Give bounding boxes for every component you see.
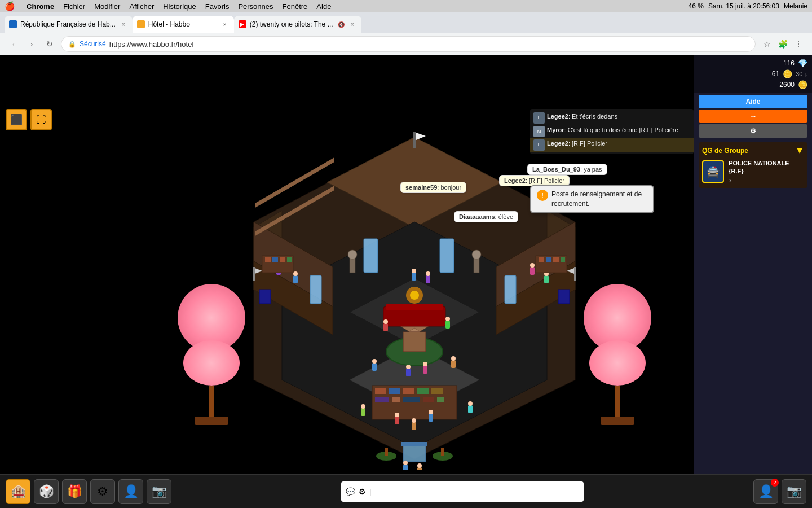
svg-rect-27 [403, 397, 420, 402]
bubble-4-username: Diaaaaaams [459, 213, 495, 220]
action-buttons: Aide → ⚙ [694, 93, 812, 140]
svg-point-59 [406, 365, 411, 369]
svg-rect-52 [445, 321, 450, 329]
group-name: POLICE NATIONALE {R.F} [729, 159, 804, 176]
svg-rect-45 [441, 448, 444, 456]
chat-avatar-2: M [533, 126, 545, 137]
chat-bubble-1: La_Boss_Du_93: ya pas [527, 164, 607, 175]
settings-button[interactable]: ⚙ [699, 124, 807, 138]
tab-bar: République Française de Hab... × Hôtel -… [0, 12, 812, 33]
diamond-count: 116 [783, 59, 795, 67]
hud-expand-btn[interactable]: ⛶ [30, 109, 52, 130]
svg-rect-60 [423, 366, 427, 374]
camera-btn[interactable]: 📷 [147, 479, 171, 504]
bottom-toolbar: 🏨 🎲 🎁 ⚙ 👤 📷 💬 ⚙ 👤 2 📷 [0, 474, 812, 508]
chat-input-area[interactable]: 💬 ⚙ [341, 481, 584, 502]
svg-point-55 [372, 359, 377, 364]
catalog-btn[interactable]: 🎲 [34, 479, 59, 504]
gifts-btn[interactable]: 🎁 [62, 479, 87, 504]
menu-modifier[interactable]: Modifier [94, 2, 120, 11]
tab-3[interactable]: ▶ (2) twenty one pilots: The ... 🔇 × [234, 16, 361, 33]
svg-rect-56 [451, 360, 456, 368]
url-text: https://www.habbo.fr/hotel [109, 40, 194, 49]
stats-bar: 116 💎 61 🪙 30 j. 2600 🪙 [694, 55, 812, 93]
settings-game-btn[interactable]: ⚙ [90, 479, 115, 504]
svg-point-63 [361, 404, 365, 409]
group-expand-icon[interactable]: ▼ [795, 146, 804, 156]
bookmark-btn[interactable]: ☆ [760, 37, 774, 51]
menu-personnes[interactable]: Personnes [238, 2, 273, 11]
svg-rect-76 [530, 267, 535, 275]
menubar-battery: 46 % [689, 2, 704, 10]
menu-afficher[interactable]: Afficher [129, 2, 154, 11]
chat-input[interactable] [369, 487, 579, 496]
aide-button[interactable]: Aide [699, 95, 807, 108]
svg-rect-38 [403, 445, 426, 462]
stat-row-coins: 61 🪙 30 j. [699, 69, 807, 78]
svg-point-53 [445, 317, 450, 321]
habbo-home-btn[interactable]: 🏨 [6, 479, 30, 504]
orange-button[interactable]: → [699, 110, 807, 123]
menu-aide[interactable]: Aide [316, 2, 331, 11]
group-header: QG de Groupe ▼ [702, 146, 804, 156]
friends-btn[interactable]: 👤 2 [753, 479, 778, 504]
tab-3-close[interactable]: × [348, 20, 357, 29]
svg-rect-22 [403, 388, 414, 394]
url-bar[interactable]: 🔒 Sécurisé https://www.habbo.fr/hotel [61, 36, 756, 52]
tab-2-close[interactable]: × [220, 20, 230, 29]
chat-avatar-3: L [533, 139, 545, 151]
refresh-button[interactable]: ↻ [43, 37, 56, 51]
stat-row-diamonds: 116 💎 [699, 59, 807, 68]
tab-1-close[interactable]: × [119, 20, 128, 29]
svg-point-47 [412, 269, 416, 273]
coin-count: 61 [772, 70, 779, 78]
credits-count: 2600 [779, 81, 795, 89]
menu-fenetre[interactable]: Fenêtre [283, 2, 308, 11]
tab-1[interactable]: République Française de Hab... × [5, 16, 133, 33]
svg-rect-68 [429, 414, 433, 422]
svg-rect-28 [423, 397, 434, 402]
profile-btn[interactable]: 👤 [118, 479, 143, 504]
toolbar-left: 🏨 🎲 🎁 ⚙ 👤 📷 [6, 479, 171, 504]
svg-rect-101 [546, 257, 551, 262]
menubar-user: Melanie [784, 2, 807, 10]
menu-historique[interactable]: Historique [163, 2, 196, 11]
chat-input-icon: 💬 [346, 487, 355, 496]
svg-rect-46 [412, 273, 416, 281]
svg-rect-92 [259, 290, 271, 304]
tab-1-title: République Française de Hab... [20, 20, 116, 28]
apple-menu[interactable]: 🍎 [5, 1, 15, 11]
back-button[interactable]: ‹ [7, 37, 20, 51]
bubble-2-msg: [R.F] Policier [529, 177, 564, 184]
popup-text: Poste de renseignement et de recrutement… [551, 190, 647, 209]
svg-rect-58 [406, 369, 411, 376]
svg-point-83 [417, 463, 422, 468]
friends-badge: 2 [771, 479, 779, 487]
menu-btn[interactable]: ⋮ [792, 37, 805, 51]
chat-avatar-1: L [533, 112, 545, 124]
camera-right-btn[interactable]: 📷 [782, 479, 806, 504]
menu-favoris[interactable]: Favoris [205, 2, 230, 11]
svg-rect-70 [412, 422, 416, 430]
svg-point-81 [403, 461, 408, 465]
bubble-3-username: semaine59 [405, 184, 437, 191]
menu-chrome[interactable]: Chrome [27, 2, 54, 11]
chat-log-text-3: Legee2: [R.F] Policier [547, 139, 607, 148]
tab-2[interactable]: Hôtel - Habbo × [133, 16, 234, 33]
svg-point-57 [451, 356, 456, 361]
hud-minimize-btn[interactable]: ⬛ [6, 109, 27, 130]
cherry-tree-left [178, 284, 245, 425]
svg-rect-88 [253, 267, 255, 281]
extension-btn[interactable]: 🧩 [776, 37, 789, 51]
chat-log-entry-1: L Legee2: Et t'écris dedans [530, 111, 694, 125]
menu-fichier[interactable]: Fichier [63, 2, 85, 11]
habbo-canvas[interactable] [169, 109, 660, 470]
chat-bubble-2: Legee2: [R.F] Policier [499, 175, 570, 186]
svg-rect-78 [544, 275, 549, 283]
toolbar-right: 👤 2 📷 [753, 479, 806, 504]
svg-point-61 [423, 362, 427, 366]
group-nav-icon[interactable]: › [729, 176, 804, 185]
tab-3-mute[interactable]: 🔇 [338, 21, 345, 28]
forward-button[interactable]: › [25, 37, 38, 51]
svg-point-85 [348, 250, 357, 259]
